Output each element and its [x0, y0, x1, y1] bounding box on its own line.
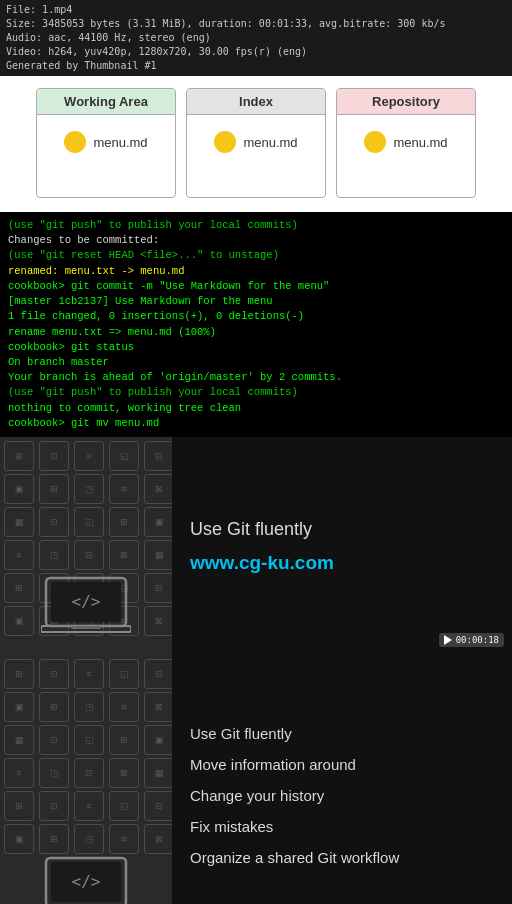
pattern-cell: ▣: [4, 606, 34, 636]
repo-file: menu.md: [393, 135, 447, 150]
use-git-title-1: Use Git fluently: [190, 519, 494, 540]
pattern-cell: ◳: [39, 540, 69, 570]
terminal-line: (use "git push" to publish your local co…: [8, 385, 504, 400]
svg-text:</>: </>: [72, 872, 101, 891]
chapter-item: Fix mistakes: [190, 818, 494, 835]
pattern-cell: ◱: [74, 507, 104, 537]
pattern-cell: ⊞: [4, 441, 34, 471]
pattern-cell: ⊟: [74, 540, 104, 570]
pattern-cell: ⊟: [74, 758, 104, 788]
terminal-line: nothing to commit, working tree clean: [8, 401, 504, 416]
pattern-cell: ≡: [4, 540, 34, 570]
pattern-cell: ▣: [4, 824, 34, 854]
pattern-cell: ▦: [144, 540, 172, 570]
pattern-cell: ≡: [74, 659, 104, 689]
pattern-cell: ⊞: [4, 659, 34, 689]
pattern-grid-2: ⊞⊡≡◱⊟▣⊞◳≋⊠▦⊡◱⊞▣≡◳⊟⊠▦⊞⊡≡◱⊟▣⊞◳≋⊠: [0, 655, 172, 858]
info-size: Size: 3485053 bytes (3.31 MiB), duration…: [6, 17, 506, 31]
info-video: Video: h264, yuv420p, 1280x720, 30.00 fp…: [6, 45, 506, 59]
play-icon-1: [444, 635, 452, 645]
chapter-item: Change your history: [190, 787, 494, 804]
terminal-line: cookbook> git status: [8, 340, 504, 355]
chapter-item: Organize a shared Git workflow: [190, 849, 494, 866]
pattern-cell: ⊟: [144, 791, 172, 821]
pattern-cell: ⊡: [39, 791, 69, 821]
panel-lower-right: Use Git fluentlyMove information aroundC…: [172, 655, 512, 904]
pattern-cell: ◱: [109, 441, 139, 471]
diagram-box-index: Index menu.md: [186, 88, 326, 198]
info-filename: File: 1.mp4: [6, 3, 506, 17]
pattern-cell: ⊠: [109, 540, 139, 570]
laptop-icon-2: </>: [41, 854, 131, 904]
panel-lower: ⊞⊡≡◱⊟▣⊞◳≋⊠▦⊡◱⊞▣≡◳⊟⊠▦⊞⊡≡◱⊟▣⊞◳≋⊠ </> Use G…: [0, 655, 512, 904]
panel-mid-left: ⊞⊡≡◱⊟▣⊞◳≋⊠▦⊡◱⊞▣≡◳⊟⊠▦⊞⊡≡◱⊟▣⊞◳≋⊠ </>: [0, 437, 172, 655]
pattern-cell: ≡: [74, 791, 104, 821]
index-content: menu.md: [204, 115, 307, 163]
terminal-line: (use "git push" to publish your local co…: [8, 218, 504, 233]
pattern-cell: ⊡: [39, 659, 69, 689]
info-audio: Audio: aac, 44100 Hz, stereo (eng): [6, 31, 506, 45]
timestamp-badge-1: 00:00:18: [439, 633, 504, 647]
diagram-box-working: Working Area menu.md: [36, 88, 176, 198]
pattern-cell: ⊠: [144, 606, 172, 636]
index-header: Index: [187, 89, 325, 115]
pattern-cell: ⊞: [39, 824, 69, 854]
terminal-line: rename menu.txt => menu.md (100%): [8, 325, 504, 340]
terminal-line: cookbook> git commit -m "Use Markdown fo…: [8, 279, 504, 294]
pattern-cell: ⊞: [39, 474, 69, 504]
pattern-cell: ◳: [74, 824, 104, 854]
pattern-cell: ⊠: [144, 824, 172, 854]
pattern-cell: ▦: [144, 758, 172, 788]
pattern-cell: ⊡: [39, 725, 69, 755]
pattern-cell: ◳: [74, 474, 104, 504]
pattern-cell: ⊟: [144, 659, 172, 689]
pattern-cell: ⊠: [144, 692, 172, 722]
panel-mid-right: Use Git fluently www.cg-ku.com: [172, 437, 512, 655]
pattern-cell: ◳: [39, 758, 69, 788]
pattern-cell: ⊞: [109, 507, 139, 537]
pattern-cell: ▦: [4, 725, 34, 755]
pattern-cell: ⊟: [144, 441, 172, 471]
working-area-header: Working Area: [37, 89, 175, 115]
pattern-cell: ⊡: [39, 441, 69, 471]
index-dot: [214, 131, 236, 153]
diagram-box-repo: Repository menu.md: [336, 88, 476, 198]
repo-dot: [364, 131, 386, 153]
pattern-cell: ▣: [4, 692, 34, 722]
terminal: (use "git push" to publish your local co…: [0, 212, 512, 437]
terminal-line: [master 1cb2137] Use Markdown for the me…: [8, 294, 504, 309]
pattern-cell: ▣: [4, 474, 34, 504]
panel-mid: ⊞⊡≡◱⊟▣⊞◳≋⊠▦⊡◱⊞▣≡◳⊟⊠▦⊞⊡≡◱⊟▣⊞◳≋⊠ </> Use G…: [0, 437, 512, 655]
pattern-cell: ◱: [74, 725, 104, 755]
pattern-cell: ⊞: [4, 791, 34, 821]
cg-ku-link: www.cg-ku.com: [190, 552, 494, 574]
pattern-cell: ≋: [109, 474, 139, 504]
info-bar: File: 1.mp4 Size: 3485053 bytes (3.31 Mi…: [0, 0, 512, 76]
terminal-line: (use "git reset HEAD <file>..." to unsta…: [8, 248, 504, 263]
pattern-cell: ⊠: [109, 758, 139, 788]
terminal-line: Changes to be committed:: [8, 233, 504, 248]
pattern-cell: ≡: [74, 441, 104, 471]
working-dot: [64, 131, 86, 153]
chapter-item: Move information around: [190, 756, 494, 773]
pattern-cell: ≋: [109, 824, 139, 854]
index-file: menu.md: [243, 135, 297, 150]
working-file: menu.md: [93, 135, 147, 150]
svg-rect-4: [71, 626, 101, 629]
pattern-cell: ⊞: [39, 692, 69, 722]
pattern-cell: ≡: [4, 758, 34, 788]
terminal-line: renamed: menu.txt -> menu.md: [8, 264, 504, 279]
chapter-item: Use Git fluently: [190, 725, 494, 742]
repo-content: menu.md: [354, 115, 457, 163]
laptop-icon: </>: [41, 574, 131, 639]
chapter-list: Use Git fluentlyMove information aroundC…: [190, 725, 494, 866]
pattern-cell: ⊡: [39, 507, 69, 537]
pattern-cell: ⊞: [109, 725, 139, 755]
terminal-line: Your branch is ahead of 'origin/master' …: [8, 370, 504, 385]
timestamp-text-1: 00:00:18: [456, 635, 499, 645]
pattern-cell: ▣: [144, 507, 172, 537]
pattern-cell: ⊠: [144, 474, 172, 504]
repo-header: Repository: [337, 89, 475, 115]
terminal-line: On branch master: [8, 355, 504, 370]
pattern-cell: ◳: [74, 692, 104, 722]
